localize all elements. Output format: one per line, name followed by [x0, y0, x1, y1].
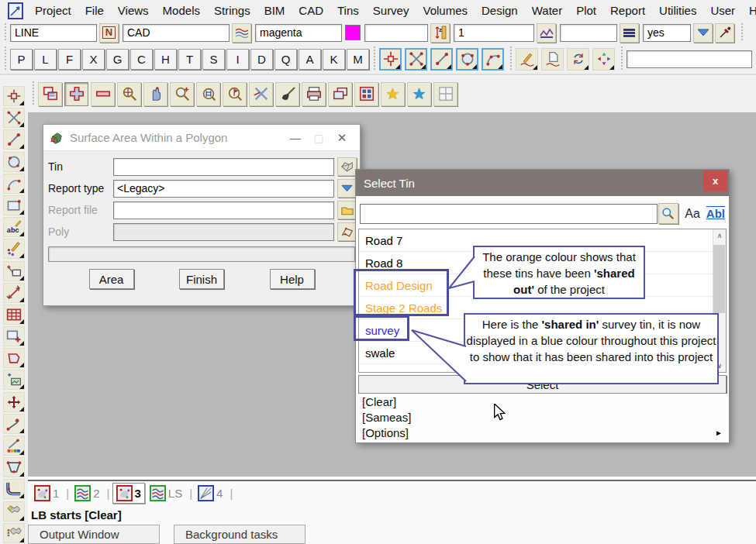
search-button[interactable]	[658, 203, 679, 224]
report-type-dropdown-button[interactable]	[337, 179, 357, 198]
tin-search-input[interactable]	[360, 204, 658, 224]
favourites-button[interactable]: ★	[381, 82, 405, 106]
menu-views[interactable]: Views	[111, 4, 156, 17]
menu-tins[interactable]: Tins	[330, 4, 366, 17]
linestyle-button[interactable]	[620, 23, 639, 43]
report-type-input[interactable]	[113, 180, 334, 198]
hotkey-d-button[interactable]: D	[250, 49, 273, 70]
create-symbol-button[interactable]	[3, 261, 25, 281]
create-text-button[interactable]: abc	[3, 217, 25, 237]
tin-colour-button[interactable]	[3, 523, 25, 543]
view-tab-ls[interactable]: LS	[147, 484, 185, 503]
hotkey-x-button[interactable]: X	[82, 49, 105, 70]
menu-cad[interactable]: CAD	[292, 4, 330, 17]
snap-cursor-button[interactable]	[405, 48, 427, 71]
toolbar-grip[interactable]	[509, 46, 513, 71]
menu-plot[interactable]: Plot	[569, 4, 603, 17]
menu-utilities[interactable]: Utilities	[652, 4, 703, 17]
menu-design[interactable]: Design	[475, 4, 525, 17]
close-button[interactable]: x	[703, 170, 727, 191]
hotkey-a-button[interactable]: A	[299, 49, 321, 70]
match-word-toggle[interactable]: Abl	[706, 207, 725, 220]
help-button[interactable]: Help	[270, 269, 315, 289]
shared-favourites-button[interactable]: ★	[407, 82, 431, 106]
copy-view-button[interactable]	[328, 82, 352, 106]
redraw-button[interactable]	[275, 82, 299, 106]
zoom-extents-button[interactable]	[117, 82, 141, 106]
menu-survey[interactable]: Survey	[366, 4, 416, 17]
colour-input[interactable]	[255, 24, 342, 42]
model-list-button[interactable]	[232, 23, 251, 43]
window-layout-button[interactable]	[433, 82, 457, 106]
create-circle-button[interactable]	[3, 152, 25, 172]
view-tab-3-active[interactable]: 3	[112, 483, 145, 504]
dialog-titlebar[interactable]: 12 Surface Area Within a Polygon — ▢ ✕	[43, 125, 360, 151]
toolbar-grip[interactable]	[372, 46, 376, 71]
toolbar-grip[interactable]	[31, 81, 35, 106]
options-menu-item[interactable]: [Options]►	[356, 425, 729, 440]
colour-swatch[interactable]	[345, 25, 361, 40]
pan-button[interactable]	[143, 82, 167, 106]
scrollbar-thumb[interactable]	[713, 245, 725, 313]
delete-view-button[interactable]	[249, 82, 273, 106]
create-cross-button[interactable]	[3, 108, 25, 128]
hotkey-p-button[interactable]: P	[10, 49, 33, 70]
zoom-previous-button[interactable]	[223, 82, 247, 106]
snap-line-button[interactable]	[430, 48, 453, 71]
hotkey-l-button[interactable]: L	[34, 49, 57, 70]
scroll-up-icon[interactable]: ∧	[713, 229, 726, 242]
minimize-view-button[interactable]	[91, 82, 115, 106]
hotkey-i-button[interactable]: I	[226, 49, 249, 70]
browse-folder-button[interactable]	[337, 201, 357, 219]
hotkey-g-button[interactable]: G	[106, 49, 129, 70]
new-view-button[interactable]	[3, 326, 25, 346]
maximize-icon[interactable]: ▢	[307, 132, 330, 144]
polygon-picker-button[interactable]	[337, 222, 357, 241]
menu-strings[interactable]: Strings	[207, 4, 257, 17]
view-menu-button[interactable]	[354, 82, 378, 106]
create-points-along-button[interactable]	[3, 414, 25, 434]
toolbar-grip[interactable]	[620, 46, 623, 71]
view-tab-2[interactable]: 2	[71, 484, 102, 503]
snap-arc-button[interactable]	[482, 48, 504, 71]
menu-volumes[interactable]: Volumes	[416, 4, 475, 17]
kerb-return-button[interactable]	[3, 479, 25, 499]
hotkey-k-button[interactable]: K	[323, 49, 345, 70]
snap-point-button[interactable]	[379, 48, 402, 71]
output-window-tab[interactable]: Output Window	[28, 525, 160, 544]
background-tasks-tab[interactable]: Background tasks	[174, 525, 306, 544]
hotkey-m-button[interactable]: M	[347, 49, 369, 70]
menu-project[interactable]: Project	[28, 4, 78, 17]
finish-button[interactable]: Finish	[179, 269, 224, 289]
string-tools-button[interactable]	[592, 48, 615, 71]
create-line-button[interactable]	[3, 129, 25, 150]
tin-field-input[interactable]	[113, 158, 334, 176]
dialog-titlebar[interactable]: Select Tin x	[356, 170, 729, 196]
toolbar-grip[interactable]	[740, 23, 744, 42]
eyedropper-button[interactable]	[715, 23, 734, 43]
hotkey-c-button[interactable]: C	[130, 49, 153, 70]
edit-string-button[interactable]	[516, 48, 538, 71]
height-input[interactable]	[364, 24, 428, 42]
string-info-button[interactable]	[541, 48, 564, 71]
command-input[interactable]	[627, 50, 752, 68]
weight-input[interactable]	[454, 24, 534, 42]
hotkey-s-button[interactable]: S	[202, 49, 225, 70]
zoom-in-button[interactable]	[170, 82, 194, 106]
measure-button[interactable]	[3, 283, 25, 303]
report-file-input[interactable]	[113, 201, 334, 219]
name-button[interactable]: N	[99, 23, 119, 43]
hotkey-h-button[interactable]: H	[154, 49, 177, 70]
menu-bim[interactable]: BIM	[257, 4, 292, 17]
menu-report[interactable]: Report	[603, 4, 652, 17]
view-tab-1[interactable]: 1	[31, 484, 62, 503]
string-colour-button[interactable]	[3, 436, 25, 456]
menu-user[interactable]: User	[703, 4, 742, 17]
maximize-view-button[interactable]	[64, 82, 88, 106]
linestyle-input[interactable]	[560, 24, 617, 42]
tin-picker-button[interactable]	[337, 157, 357, 176]
clear-menu-item[interactable]: [Clear]	[356, 394, 729, 409]
menu-water[interactable]: Water	[525, 4, 569, 17]
hotkey-t-button[interactable]: T	[178, 49, 201, 70]
menu-models[interactable]: Models	[156, 4, 207, 17]
